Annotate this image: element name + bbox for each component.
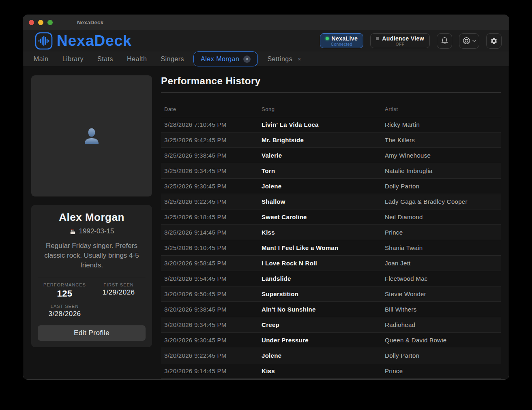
- nexalive-status: Connected: [331, 42, 352, 47]
- table-row[interactable]: 3/25/2026 9:10:45 PMMan! I Feel Like a W…: [161, 240, 501, 256]
- lifebuoy-icon: [462, 36, 471, 45]
- nexalive-status-button[interactable]: NexaLive Connected: [320, 33, 364, 48]
- row-song: I Love Rock N Roll: [262, 260, 385, 267]
- table-row[interactable]: 3/20/2026 9:30:45 PMUnder PressureQueen …: [161, 333, 501, 348]
- audience-view-toggle-button[interactable]: Audience View OFF: [370, 33, 430, 48]
- row-song: Under Pressure: [262, 337, 385, 344]
- row-song: Sweet Caroline: [262, 214, 385, 220]
- row-date: 3/20/2026 9:58:45 PM: [161, 260, 262, 267]
- row-date: 3/20/2026 9:34:45 PM: [161, 321, 262, 328]
- desktop: NexaDeck NexaDeck: [0, 0, 532, 410]
- tab-health[interactable]: Health: [120, 51, 154, 67]
- row-date: 3/25/2026 9:10:45 PM: [161, 244, 262, 251]
- notifications-button[interactable]: [437, 33, 452, 49]
- table-row[interactable]: 3/20/2026 9:58:45 PMI Love Rock N RollJo…: [161, 256, 501, 271]
- tab-library[interactable]: Library: [56, 51, 90, 67]
- table-row[interactable]: 3/20/2026 9:22:45 PMJoleneDolly Parton: [161, 348, 501, 363]
- stat-first-seen: FIRST SEEN1/29/2026: [92, 282, 146, 299]
- stat-label: LAST SEEN: [38, 304, 92, 309]
- profile-card: Alex Morgan: [31, 205, 152, 347]
- row-song: Landslide: [262, 275, 385, 282]
- table-row[interactable]: 3/25/2026 9:30:45 PMJoleneDolly Parton: [161, 179, 501, 194]
- table-row[interactable]: 3/25/2026 9:14:45 PMKissPrince: [161, 225, 501, 240]
- stat-value: 3/28/2026: [38, 310, 92, 318]
- row-date: 3/25/2026 9:38:45 PM: [161, 152, 262, 159]
- table-row[interactable]: 3/25/2026 9:38:45 PMValerieAmy Winehouse: [161, 148, 501, 163]
- waveform-icon: [35, 32, 53, 50]
- row-song: Torn: [262, 167, 385, 174]
- table-row[interactable]: 3/28/2026 7:10:45 PMLivin' La Vida LocaR…: [161, 117, 501, 132]
- app-name: NexaDeck: [57, 33, 132, 48]
- row-date: 3/20/2026 9:30:45 PM: [161, 337, 262, 344]
- row-song: Jolene: [262, 352, 385, 359]
- user-menu-button[interactable]: [459, 33, 479, 49]
- stat-label: PERFORMANCES: [38, 282, 92, 287]
- table-row[interactable]: 3/25/2026 9:34:45 PMTornNatalie Imbrugli…: [161, 163, 501, 179]
- header-actions: NexaLive Connected Audience View OFF: [320, 33, 502, 49]
- titlebar[interactable]: NexaDeck: [23, 15, 509, 30]
- tab-label: Singers: [161, 56, 184, 63]
- chevron-down-icon: [472, 40, 476, 42]
- tab-label: Main: [34, 56, 49, 63]
- table-row[interactable]: 3/25/2026 9:42:45 PMMr. BrightsideThe Ki…: [161, 132, 501, 148]
- row-date: 3/25/2026 9:22:45 PM: [161, 198, 262, 205]
- row-artist: Shania Twain: [385, 244, 501, 251]
- table-row[interactable]: 3/20/2026 9:34:45 PMCreepRadiohead: [161, 317, 501, 333]
- column-header-date: Date: [161, 106, 262, 112]
- table-header-row: Date Song Artist: [161, 102, 501, 117]
- gear-icon: [490, 37, 498, 45]
- row-artist: Fleetwood Mac: [385, 275, 501, 282]
- performance-table: Date Song Artist 3/28/2026 7:10:45 PMLiv…: [161, 102, 501, 379]
- row-artist: Lady Gaga & Bradley Cooper: [385, 198, 501, 205]
- row-song: Jolene: [262, 183, 385, 190]
- row-date: 3/20/2026 9:50:45 PM: [161, 290, 262, 297]
- row-date: 3/25/2026 9:14:45 PM: [161, 229, 262, 236]
- row-artist: The Killers: [385, 137, 501, 143]
- zoom-window-button[interactable]: [47, 20, 53, 25]
- singer-sidebar: Alex Morgan: [31, 75, 152, 379]
- table-row[interactable]: 3/25/2026 9:18:45 PMSweet CarolineNeil D…: [161, 209, 501, 225]
- row-song: Man! I Feel Like a Woman: [262, 244, 385, 251]
- close-window-button[interactable]: [29, 20, 34, 25]
- row-date: 3/20/2026 9:54:45 PM: [161, 275, 262, 282]
- minimize-window-button[interactable]: [38, 20, 43, 25]
- page-title: Performance History: [161, 75, 501, 93]
- row-song: Ain't No Sunshine: [262, 306, 385, 313]
- tab-singers[interactable]: Singers: [154, 51, 191, 67]
- row-song: Shallow: [262, 198, 385, 205]
- row-song: Mr. Brightside: [262, 137, 385, 143]
- row-artist: Prince: [385, 367, 501, 374]
- settings-button[interactable]: [486, 33, 502, 49]
- audience-view-label: Audience View: [382, 35, 424, 42]
- tab-main[interactable]: Main: [27, 51, 56, 67]
- row-artist: Amy Winehouse: [385, 152, 501, 159]
- connected-status-dot-icon: [326, 37, 329, 40]
- tab-label: Alex Morgan: [201, 56, 239, 63]
- tab-settings[interactable]: Settings×: [260, 51, 308, 67]
- table-row[interactable]: 3/20/2026 9:38:45 PMAin't No SunshineBil…: [161, 302, 501, 317]
- row-artist: Joan Jett: [385, 260, 501, 267]
- edit-profile-button[interactable]: Edit Profile: [38, 325, 146, 341]
- column-header-song: Song: [262, 106, 385, 112]
- tab-label: Stats: [97, 56, 113, 63]
- table-row[interactable]: 3/20/2026 9:14:45 PMKissPrince: [161, 363, 501, 379]
- table-row[interactable]: 3/20/2026 9:50:45 PMSuperstitionStevie W…: [161, 286, 501, 302]
- tab-stats[interactable]: Stats: [90, 51, 120, 67]
- row-song: Superstition: [262, 290, 385, 297]
- content: Alex Morgan: [23, 67, 509, 379]
- performance-history-panel: Performance History Date Song Artist 3/2…: [161, 75, 501, 379]
- tab-bar: MainLibraryStatsHealthSingersAlex Morgan…: [23, 51, 509, 67]
- bell-icon: [441, 37, 448, 45]
- stat-performances: PERFORMANCES125: [38, 282, 92, 299]
- row-date: 3/25/2026 9:30:45 PM: [161, 183, 262, 190]
- table-row[interactable]: 3/25/2026 9:22:45 PMShallowLady Gaga & B…: [161, 194, 501, 209]
- off-status-dot-icon: [376, 37, 379, 40]
- tab-alex-morgan[interactable]: Alex Morgan×: [193, 51, 258, 66]
- tab-label: Settings: [267, 56, 292, 63]
- close-icon[interactable]: ×: [298, 56, 301, 62]
- row-date: 3/25/2026 9:18:45 PM: [161, 214, 262, 220]
- close-icon[interactable]: ×: [243, 56, 251, 63]
- table-row[interactable]: 3/20/2026 9:54:45 PMLandslideFleetwood M…: [161, 271, 501, 286]
- singer-stats: PERFORMANCES125FIRST SEEN1/29/2026LAST S…: [38, 277, 146, 318]
- row-artist: Bill Withers: [385, 306, 501, 313]
